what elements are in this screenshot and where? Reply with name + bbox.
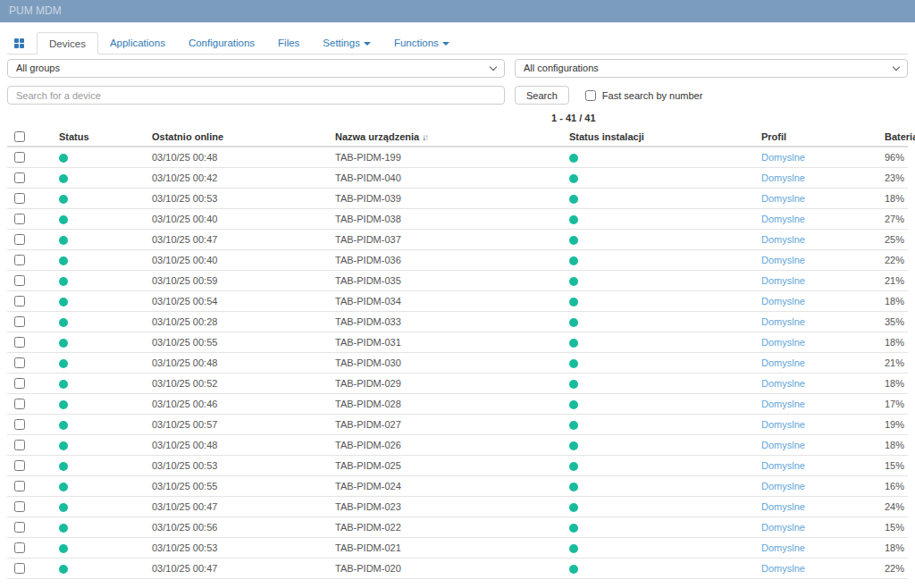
row-checkbox[interactable] <box>14 296 25 307</box>
last-online-cell: 03/10/25 00:47 <box>145 496 328 517</box>
table-row: 03/10/25 00:53TAB-PIDM-025Domyslne15% <box>7 455 908 475</box>
profile-link[interactable]: Domyslne <box>761 172 805 183</box>
profile-link[interactable]: Domyslne <box>761 501 805 512</box>
table-row: 03/10/25 00:55TAB-PIDM-031Domyslne18% <box>7 332 908 352</box>
last-online-cell: 03/10/25 00:53 <box>145 537 328 558</box>
table-row: 03/10/25 00:46TAB-PIDM-028Domyslne17% <box>7 393 908 414</box>
profile-link[interactable]: Domyslne <box>761 440 805 450</box>
table-row: 03/10/25 00:42TAB-PIDM-040Domyslne23% <box>7 167 908 188</box>
filter-bar: All groups All configurations Search Fas… <box>0 56 915 105</box>
profile-link[interactable]: Domyslne <box>761 152 805 163</box>
profile-link[interactable]: Domyslne <box>761 296 805 307</box>
battery-cell: 17% <box>877 393 908 414</box>
install-status-dot <box>569 154 578 163</box>
groups-select[interactable]: All groups <box>7 59 505 78</box>
col-last-online[interactable]: Ostatnio online <box>145 126 328 147</box>
profile-link[interactable]: Domyslne <box>761 563 805 574</box>
install-status-dot <box>569 359 578 368</box>
status-online-dot <box>59 215 68 224</box>
profile-link[interactable]: Domyslne <box>761 357 805 368</box>
row-checkbox[interactable] <box>14 172 25 183</box>
device-name-cell: TAB-PIDM-027 <box>328 414 562 434</box>
row-checkbox[interactable] <box>14 501 25 512</box>
table-row: 03/10/25 00:52TAB-PIDM-029Domyslne18% <box>7 373 908 393</box>
tab-devices[interactable]: Devices <box>37 32 98 55</box>
table-row: 03/10/25 00:53TAB-PIDM-021Domyslne18% <box>7 537 908 558</box>
row-checkbox[interactable] <box>14 234 25 245</box>
row-checkbox[interactable] <box>14 275 25 286</box>
search-input[interactable] <box>7 86 505 105</box>
tab-configurations[interactable]: Configurations <box>177 32 266 54</box>
table-row: 03/10/25 00:28TAB-PIDM-033Domyslne35% <box>7 311 908 332</box>
row-checkbox[interactable] <box>14 399 25 409</box>
install-status-dot <box>569 318 578 327</box>
app-title: PUM MDM <box>9 4 62 17</box>
tab-applications[interactable]: Applications <box>98 32 177 54</box>
profile-link[interactable]: Domyslne <box>761 214 805 224</box>
row-checkbox[interactable] <box>14 193 25 204</box>
profile-link[interactable]: Domyslne <box>761 481 805 491</box>
profile-link[interactable]: Domyslne <box>761 337 805 348</box>
profile-link[interactable]: Domyslne <box>761 275 805 286</box>
profile-link[interactable]: Domyslne <box>761 378 805 389</box>
last-online-cell: 03/10/25 00:28 <box>145 311 328 332</box>
row-checkbox[interactable] <box>14 563 25 574</box>
tab-files[interactable]: Files <box>266 32 311 54</box>
fast-search-label: Fast search by number <box>602 90 703 101</box>
fast-search-checkbox[interactable] <box>585 90 596 101</box>
row-checkbox[interactable] <box>14 440 25 450</box>
profile-link[interactable]: Domyslne <box>761 255 805 265</box>
row-checkbox[interactable] <box>14 460 25 471</box>
device-name-cell: TAB-PIDM-025 <box>328 455 562 475</box>
profile-link[interactable]: Domyslne <box>761 522 805 533</box>
table-row: 03/10/25 00:40TAB-PIDM-038Domyslne27% <box>7 208 908 229</box>
row-checkbox[interactable] <box>14 378 25 389</box>
device-name-cell: TAB-PIDM-039 <box>328 188 562 208</box>
status-online-dot <box>59 318 68 327</box>
last-online-cell: 03/10/25 00:42 <box>145 167 328 188</box>
battery-cell: 18% <box>877 434 908 455</box>
row-checkbox[interactable] <box>14 255 25 265</box>
profile-link[interactable]: Domyslne <box>761 419 805 430</box>
last-online-cell: 03/10/25 00:57 <box>145 414 328 434</box>
search-button[interactable]: Search <box>515 86 569 105</box>
profile-link[interactable]: Domyslne <box>761 316 805 327</box>
tab-settings[interactable]: Settings <box>311 32 382 54</box>
apps-grid-icon[interactable] <box>14 38 24 48</box>
row-checkbox[interactable] <box>14 152 25 163</box>
row-checkbox[interactable] <box>14 522 25 533</box>
row-checkbox[interactable] <box>14 419 25 430</box>
select-all-checkbox[interactable] <box>14 131 25 142</box>
col-status: Status <box>52 126 145 147</box>
row-checkbox[interactable] <box>14 316 25 327</box>
tab-functions[interactable]: Functions <box>382 32 461 54</box>
row-checkbox[interactable] <box>14 357 25 368</box>
profile-link[interactable]: Domyslne <box>761 193 805 204</box>
search-actions: Search Fast search by number <box>515 86 908 105</box>
row-checkbox[interactable] <box>14 337 25 348</box>
row-checkbox[interactable] <box>14 214 25 224</box>
battery-cell: 18% <box>877 537 908 558</box>
col-device-name[interactable]: Nazwa urządzenia↓↑ <box>328 126 562 147</box>
device-table-body: 03/10/25 00:48TAB-PIDM-199Domyslne96%03/… <box>7 147 908 578</box>
battery-cell: 18% <box>877 332 908 352</box>
configurations-select[interactable]: All configurations <box>515 59 908 78</box>
table-row: 03/10/25 00:47TAB-PIDM-037Domyslne25% <box>7 229 908 249</box>
table-row: 03/10/25 00:48TAB-PIDM-030Domyslne21% <box>7 352 908 373</box>
table-row: 03/10/25 00:48TAB-PIDM-026Domyslne18% <box>7 434 908 455</box>
install-status-dot <box>569 380 578 389</box>
row-checkbox[interactable] <box>14 481 25 491</box>
status-online-dot <box>59 359 68 368</box>
profile-link[interactable]: Domyslne <box>761 460 805 471</box>
profile-link[interactable]: Domyslne <box>761 542 805 553</box>
row-checkbox[interactable] <box>14 542 25 553</box>
chevron-down-icon <box>442 42 449 46</box>
battery-cell: 22% <box>877 249 908 270</box>
profile-link[interactable]: Domyslne <box>761 234 805 245</box>
status-online-dot <box>59 339 68 348</box>
sort-icon[interactable]: ↓↑ <box>422 132 427 142</box>
install-status-dot <box>569 565 578 574</box>
last-online-cell: 03/10/25 00:40 <box>145 249 328 270</box>
profile-link[interactable]: Domyslne <box>761 399 805 409</box>
device-name-cell: TAB-PIDM-024 <box>328 475 562 496</box>
